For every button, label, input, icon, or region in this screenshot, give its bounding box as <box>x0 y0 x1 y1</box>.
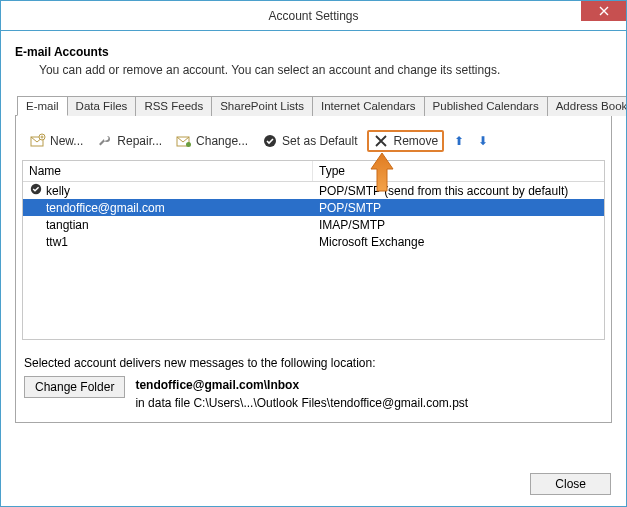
account-name: kelly <box>46 184 70 198</box>
tab-row: E-mail Data Files RSS Feeds SharePoint L… <box>15 95 612 116</box>
account-type: POP/SMTP <box>313 201 604 215</box>
account-name: tangtian <box>46 218 89 232</box>
tab-rss-feeds[interactable]: RSS Feeds <box>136 96 212 116</box>
table-row[interactable]: ttw1 Microsoft Exchange <box>23 233 604 250</box>
delivery-folder: tendoffice@gmail.com\Inbox <box>135 378 299 392</box>
close-button[interactable]: Close <box>530 473 611 495</box>
window-close-button[interactable] <box>581 1 626 21</box>
tab-sharepoint-lists[interactable]: SharePoint Lists <box>212 96 313 116</box>
col-name[interactable]: Name <box>23 161 313 181</box>
tab-data-files[interactable]: Data Files <box>68 96 137 116</box>
account-name: ttw1 <box>46 235 68 249</box>
title-bar: Account Settings <box>1 1 626 31</box>
account-type: POP/SMTP (send from this account by defa… <box>313 184 604 198</box>
table-row[interactable]: kelly POP/SMTP (send from this account b… <box>23 182 604 199</box>
delivery-note: Selected account delivers new messages t… <box>24 356 603 370</box>
arrow-down-icon: ⬇ <box>478 134 488 148</box>
check-circle-icon <box>262 133 278 149</box>
move-up-button[interactable]: ⬆ <box>450 132 468 150</box>
repair-button[interactable]: Repair... <box>93 131 166 151</box>
table-header: Name Type <box>23 161 604 182</box>
table-row[interactable]: tangtian IMAP/SMTP <box>23 216 604 233</box>
svg-point-3 <box>186 142 191 147</box>
tab-published-calendars[interactable]: Published Calendars <box>425 96 548 116</box>
tab-email[interactable]: E-mail <box>17 96 68 116</box>
tab-address-books[interactable]: Address Books <box>548 96 627 116</box>
accounts-table: Name Type kelly POP/SMTP (send from this… <box>22 160 605 340</box>
move-down-button[interactable]: ⬇ <box>474 132 492 150</box>
change-icon <box>176 133 192 149</box>
delivery-datafile: in data file C:\Users\...\Outlook Files\… <box>135 394 468 412</box>
arrow-up-icon: ⬆ <box>454 134 464 148</box>
account-type: IMAP/SMTP <box>313 218 604 232</box>
toolbar: New... Repair... Change... Set as Defaul… <box>22 126 605 160</box>
account-type: Microsoft Exchange <box>313 235 604 249</box>
section-title: E-mail Accounts <box>15 45 612 59</box>
new-button[interactable]: New... <box>26 131 87 151</box>
new-mail-icon <box>30 133 46 149</box>
remove-button[interactable]: Remove <box>367 130 444 152</box>
delivery-location: tendoffice@gmail.com\Inbox in data file … <box>135 376 468 412</box>
wrench-icon <box>97 133 113 149</box>
change-folder-button[interactable]: Change Folder <box>24 376 125 398</box>
close-icon <box>599 6 609 16</box>
account-name: tendoffice@gmail.com <box>46 201 165 215</box>
section-desc: You can add or remove an account. You ca… <box>39 63 612 77</box>
tab-panel-email: New... Repair... Change... Set as Defaul… <box>15 116 612 423</box>
change-button[interactable]: Change... <box>172 131 252 151</box>
tab-internet-calendars[interactable]: Internet Calendars <box>313 96 425 116</box>
set-default-button[interactable]: Set as Default <box>258 131 361 151</box>
window-title: Account Settings <box>268 9 358 23</box>
default-check-icon <box>29 183 43 198</box>
col-type[interactable]: Type <box>313 161 604 181</box>
remove-x-icon <box>373 133 389 149</box>
table-row[interactable]: tendoffice@gmail.com POP/SMTP <box>23 199 604 216</box>
